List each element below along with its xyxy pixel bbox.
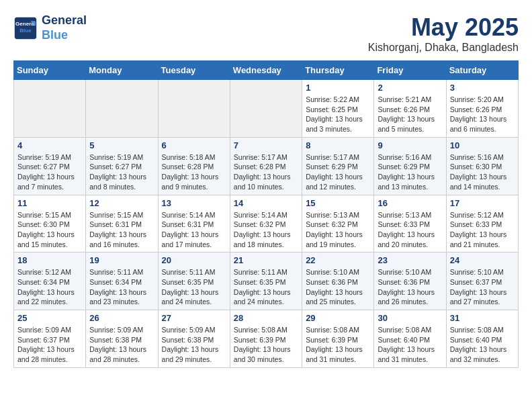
- calendar-cell: 20Sunrise: 5:11 AMSunset: 6:35 PMDayligh…: [158, 253, 230, 310]
- day-info: Sunrise: 5:17 AMSunset: 6:29 PMDaylight:…: [306, 152, 370, 192]
- day-number: 1: [306, 83, 370, 93]
- day-info: Sunrise: 5:11 AMSunset: 6:35 PMDaylight:…: [162, 267, 226, 307]
- weekday-header-tuesday: Tuesday: [158, 61, 230, 80]
- day-info: Sunrise: 5:09 AMSunset: 6:38 PMDaylight:…: [89, 325, 154, 365]
- calendar-cell: [158, 80, 230, 138]
- day-info: Sunrise: 5:12 AMSunset: 6:33 PMDaylight:…: [450, 210, 515, 250]
- calendar-table: SundayMondayTuesdayWednesdayThursdayFrid…: [13, 60, 519, 368]
- day-info: Sunrise: 5:14 AMSunset: 6:32 PMDaylight:…: [234, 210, 298, 250]
- week-row-1: 1Sunrise: 5:22 AMSunset: 6:25 PMDaylight…: [14, 80, 519, 138]
- day-number: 24: [450, 255, 515, 265]
- calendar-cell: 9Sunrise: 5:16 AMSunset: 6:29 PMDaylight…: [374, 137, 446, 195]
- calendar-cell: 13Sunrise: 5:14 AMSunset: 6:31 PMDayligh…: [158, 195, 230, 253]
- calendar-cell: [230, 80, 302, 138]
- calendar-cell: 31Sunrise: 5:08 AMSunset: 6:40 PMDayligh…: [446, 310, 518, 368]
- day-number: 4: [17, 140, 82, 150]
- day-number: 3: [450, 83, 515, 93]
- day-number: 19: [89, 255, 154, 265]
- day-number: 31: [450, 313, 515, 323]
- day-info: Sunrise: 5:13 AMSunset: 6:33 PMDaylight:…: [378, 210, 442, 250]
- day-info: Sunrise: 5:09 AMSunset: 6:38 PMDaylight:…: [162, 325, 226, 365]
- calendar-cell: 23Sunrise: 5:10 AMSunset: 6:36 PMDayligh…: [374, 253, 446, 310]
- logo-line1: General: [42, 13, 87, 28]
- day-info: Sunrise: 5:19 AMSunset: 6:27 PMDaylight:…: [89, 152, 154, 192]
- day-info: Sunrise: 5:20 AMSunset: 6:26 PMDaylight:…: [450, 95, 515, 134]
- calendar-cell: 24Sunrise: 5:10 AMSunset: 6:37 PMDayligh…: [446, 253, 518, 310]
- day-number: 20: [162, 255, 226, 265]
- day-info: Sunrise: 5:13 AMSunset: 6:32 PMDaylight:…: [306, 210, 370, 250]
- calendar-cell: 10Sunrise: 5:16 AMSunset: 6:30 PMDayligh…: [446, 137, 518, 195]
- calendar-cell: 18Sunrise: 5:12 AMSunset: 6:34 PMDayligh…: [14, 253, 86, 310]
- day-number: 29: [306, 313, 370, 323]
- day-info: Sunrise: 5:18 AMSunset: 6:28 PMDaylight:…: [162, 152, 226, 192]
- calendar-cell: 28Sunrise: 5:08 AMSunset: 6:39 PMDayligh…: [230, 310, 302, 368]
- day-number: 5: [89, 140, 154, 150]
- calendar-cell: 25Sunrise: 5:09 AMSunset: 6:37 PMDayligh…: [14, 310, 86, 368]
- day-number: 6: [162, 140, 226, 150]
- calendar-cell: 26Sunrise: 5:09 AMSunset: 6:38 PMDayligh…: [86, 310, 158, 368]
- day-info: Sunrise: 5:10 AMSunset: 6:36 PMDaylight:…: [378, 267, 442, 307]
- day-number: 17: [450, 198, 515, 208]
- day-number: 16: [378, 198, 442, 208]
- week-row-5: 25Sunrise: 5:09 AMSunset: 6:37 PMDayligh…: [14, 310, 519, 368]
- day-number: 22: [306, 255, 370, 265]
- day-number: 10: [450, 140, 515, 150]
- location: Kishorganj, Dhaka, Bangladesh: [368, 42, 519, 54]
- day-info: Sunrise: 5:15 AMSunset: 6:30 PMDaylight:…: [17, 210, 82, 250]
- calendar-cell: [14, 80, 86, 138]
- calendar-cell: 12Sunrise: 5:15 AMSunset: 6:31 PMDayligh…: [86, 195, 158, 253]
- day-info: Sunrise: 5:21 AMSunset: 6:26 PMDaylight:…: [378, 95, 442, 134]
- calendar-cell: [86, 80, 158, 138]
- day-info: Sunrise: 5:14 AMSunset: 6:31 PMDaylight:…: [162, 210, 226, 250]
- weekday-header-monday: Monday: [86, 61, 158, 80]
- title-block: May 2025 Kishorganj, Dhaka, Bangladesh: [368, 13, 519, 54]
- day-number: 25: [17, 313, 82, 323]
- day-number: 18: [17, 255, 82, 265]
- day-info: Sunrise: 5:11 AMSunset: 6:35 PMDaylight:…: [234, 267, 298, 307]
- day-number: 14: [234, 198, 298, 208]
- day-info: Sunrise: 5:16 AMSunset: 6:30 PMDaylight:…: [450, 152, 515, 192]
- day-number: 11: [17, 198, 82, 208]
- day-number: 21: [234, 255, 298, 265]
- day-info: Sunrise: 5:16 AMSunset: 6:29 PMDaylight:…: [378, 152, 442, 192]
- calendar-cell: 29Sunrise: 5:08 AMSunset: 6:39 PMDayligh…: [302, 310, 374, 368]
- day-info: Sunrise: 5:08 AMSunset: 6:40 PMDaylight:…: [378, 325, 442, 365]
- day-number: 27: [162, 313, 226, 323]
- day-number: 23: [378, 255, 442, 265]
- weekday-header-friday: Friday: [374, 61, 446, 80]
- day-info: Sunrise: 5:17 AMSunset: 6:28 PMDaylight:…: [234, 152, 298, 192]
- day-info: Sunrise: 5:11 AMSunset: 6:34 PMDaylight:…: [89, 267, 154, 307]
- day-number: 8: [306, 140, 370, 150]
- svg-text:Blue: Blue: [19, 28, 32, 34]
- week-row-2: 4Sunrise: 5:19 AMSunset: 6:27 PMDaylight…: [14, 137, 519, 195]
- calendar-cell: 21Sunrise: 5:11 AMSunset: 6:35 PMDayligh…: [230, 253, 302, 310]
- logo-line2: Blue: [42, 28, 87, 43]
- calendar-cell: 3Sunrise: 5:20 AMSunset: 6:26 PMDaylight…: [446, 80, 518, 138]
- day-info: Sunrise: 5:22 AMSunset: 6:25 PMDaylight:…: [306, 95, 370, 134]
- day-info: Sunrise: 5:08 AMSunset: 6:40 PMDaylight:…: [450, 325, 515, 365]
- logo-icon: General Blue: [13, 16, 38, 40]
- logo: General Blue General Blue: [13, 13, 87, 42]
- day-number: 12: [89, 198, 154, 208]
- day-number: 15: [306, 198, 370, 208]
- weekday-header-sunday: Sunday: [14, 61, 86, 80]
- calendar-cell: 16Sunrise: 5:13 AMSunset: 6:33 PMDayligh…: [374, 195, 446, 253]
- day-number: 26: [89, 313, 154, 323]
- day-number: 13: [162, 198, 226, 208]
- calendar-cell: 15Sunrise: 5:13 AMSunset: 6:32 PMDayligh…: [302, 195, 374, 253]
- week-row-3: 11Sunrise: 5:15 AMSunset: 6:30 PMDayligh…: [14, 195, 519, 253]
- day-number: 2: [378, 83, 442, 93]
- calendar-cell: 6Sunrise: 5:18 AMSunset: 6:28 PMDaylight…: [158, 137, 230, 195]
- calendar-cell: 30Sunrise: 5:08 AMSunset: 6:40 PMDayligh…: [374, 310, 446, 368]
- calendar-cell: 2Sunrise: 5:21 AMSunset: 6:26 PMDaylight…: [374, 80, 446, 138]
- calendar-cell: 5Sunrise: 5:19 AMSunset: 6:27 PMDaylight…: [86, 137, 158, 195]
- day-number: 30: [378, 313, 442, 323]
- weekday-header-saturday: Saturday: [446, 61, 518, 80]
- calendar-cell: 14Sunrise: 5:14 AMSunset: 6:32 PMDayligh…: [230, 195, 302, 253]
- day-number: 9: [378, 140, 442, 150]
- calendar-cell: 19Sunrise: 5:11 AMSunset: 6:34 PMDayligh…: [86, 253, 158, 310]
- weekday-header-wednesday: Wednesday: [230, 61, 302, 80]
- day-info: Sunrise: 5:08 AMSunset: 6:39 PMDaylight:…: [306, 325, 370, 365]
- month-title: May 2025: [368, 13, 519, 42]
- weekday-header-row: SundayMondayTuesdayWednesdayThursdayFrid…: [14, 61, 519, 80]
